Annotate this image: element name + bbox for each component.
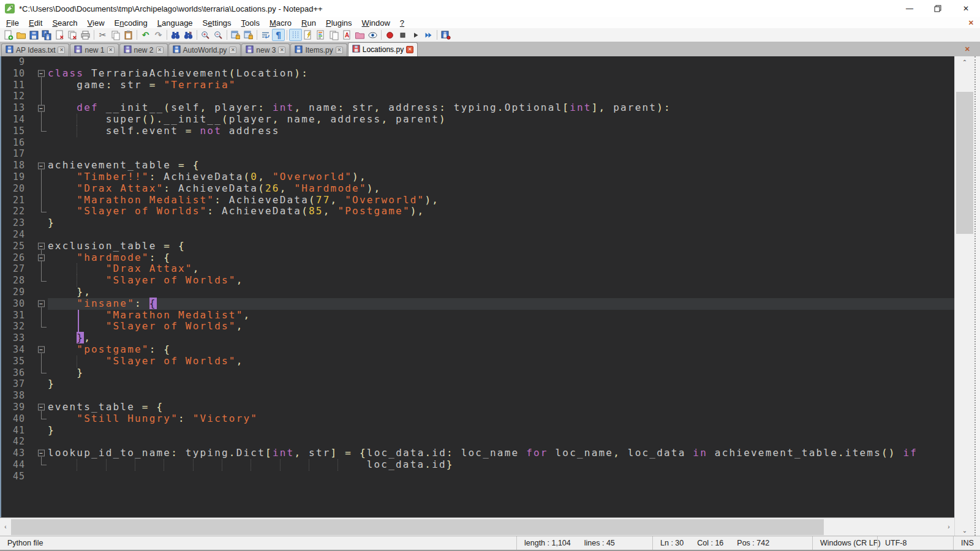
tab-autoworld-py[interactable]: AutoWorld.py✕ [168,43,241,56]
new-file-icon[interactable] [2,29,15,41]
code-line-text[interactable] [48,390,954,402]
menu-run[interactable]: Run [296,18,321,28]
code-line-text[interactable]: "postgame": { [48,344,954,356]
save-all-icon[interactable] [40,29,53,41]
scroll-left-icon[interactable]: ‹ [0,518,11,536]
status-insert-mode[interactable]: INS [953,536,980,550]
fold-marker-icon[interactable]: − [36,344,48,356]
find-icon[interactable] [169,29,182,41]
code-line-text[interactable] [48,56,954,68]
code-line-text[interactable]: } [48,367,954,379]
code-line-text[interactable]: class TerrariaAchievement(Location): [48,68,954,80]
menu-tools[interactable]: Tools [236,18,265,28]
undo-icon[interactable]: ↶ [139,29,152,41]
code-line-text[interactable] [48,436,954,448]
code-line-text[interactable]: }, [48,287,954,298]
code-line-text[interactable]: exclusion_table = { [48,241,954,252]
tab-items-py[interactable]: Items.py✕ [290,43,347,56]
folder-as-workspace-icon[interactable] [353,29,366,41]
code-line-text[interactable]: achievement_table = { [48,160,954,171]
code-line-text[interactable]: }, [48,332,954,344]
redo-icon[interactable]: ↷ [152,29,165,41]
close-button[interactable]: ✕ [952,0,980,17]
tab-close-icon[interactable]: ✕ [229,47,236,54]
menu-edit[interactable]: Edit [24,18,47,28]
code-line-text[interactable]: } [48,217,954,229]
fold-marker-icon[interactable]: − [36,448,48,459]
code-line-text[interactable]: "insane": { [48,298,954,310]
scroll-right-icon[interactable]: › [943,518,954,536]
code-line-text[interactable]: } [48,425,954,437]
fold-marker-icon[interactable]: − [36,298,48,310]
status-eol-format[interactable]: Windows (CR LF) [812,536,877,550]
document-list-icon[interactable] [328,29,341,41]
code-line-text[interactable] [48,148,954,160]
monitoring-icon[interactable] [366,29,379,41]
macro-record-icon[interactable] [383,29,396,41]
code-line-text[interactable]: "Marathon Medalist": AchieveData(77, "Ov… [48,195,954,206]
function-list-icon[interactable] [302,29,315,41]
close-document-icon[interactable]: ✕ [968,19,974,27]
fold-marker-icon[interactable]: − [36,402,48,413]
tab-ap-ideas-txt[interactable]: AP Ideas.txt✕ [1,43,69,56]
menu-plugins[interactable]: Plugins [321,18,357,28]
tab-close-icon[interactable]: ✕ [336,47,343,54]
show-all-characters-icon[interactable]: ¶ [272,29,285,41]
close-all-icon[interactable] [66,29,79,41]
code-line-text[interactable] [48,471,954,482]
replace-icon[interactable]: b [182,29,195,41]
code-line-text[interactable]: "Timber!!": AchieveData(0, "Overworld"), [48,171,954,183]
code-line-text[interactable]: "Slayer of Worlds": AchieveData(85, "Pos… [48,206,954,217]
tab-locations-py[interactable]: Locations.py✕ [348,42,418,56]
fold-marker-icon[interactable]: − [36,241,48,252]
code-line-text[interactable]: loc_data.id} [48,459,954,471]
menu-window[interactable]: Window [357,18,395,28]
word-wrap-icon[interactable] [259,29,272,41]
tab-new-2[interactable]: new 2✕ [119,43,168,56]
copy-icon[interactable] [109,29,122,41]
tab-close-icon[interactable]: ✕ [107,47,115,54]
code-line-text[interactable]: "Still Hungry": "Victory" [48,413,954,425]
sync-scroll-horizontal-icon[interactable] [242,29,255,41]
vertical-scroll-thumb[interactable] [956,92,973,234]
code-line-text[interactable]: } [48,378,954,390]
macro-run-multiple-icon[interactable] [422,29,435,41]
code-line-text[interactable]: self.event = not address [48,126,954,137]
zoom-out-icon[interactable] [212,29,225,41]
open-file-icon[interactable] [15,29,28,41]
indent-guide-icon[interactable] [289,29,302,41]
fold-marker-icon[interactable]: − [36,102,48,114]
tab-close-icon[interactable]: ✕ [278,47,285,54]
tab-close-icon[interactable]: ✕ [406,46,413,53]
menu-search[interactable]: Search [47,18,82,28]
vertical-scrollbar[interactable]: ⌃ ⌄ [954,56,974,536]
macro-playback-icon[interactable] [409,29,422,41]
tab-close-icon[interactable]: ✕ [156,47,164,54]
menu-file[interactable]: File [1,18,24,28]
code-line-text[interactable]: "Drax Attax", [48,263,954,275]
tabbar-close-icon[interactable]: ✕ [965,45,970,53]
tab-close-icon[interactable]: ✕ [58,47,65,54]
menu-help[interactable]: ? [395,18,409,28]
scroll-down-icon[interactable]: ⌄ [955,525,974,536]
character-panel-icon[interactable]: A [341,29,353,41]
menu-encoding[interactable]: Encoding [110,18,153,28]
code-line-text[interactable]: "Slayer of Worlds", [48,321,954,332]
fold-marker-icon[interactable]: − [36,252,48,264]
document-map-icon[interactable] [315,29,328,41]
code-line-text[interactable]: "Slayer of Worlds", [48,356,954,367]
macro-save-icon[interactable] [439,29,452,41]
print-icon[interactable] [79,29,92,41]
tab-new-1[interactable]: new 1✕ [70,43,118,56]
code-line-text[interactable] [48,91,954,102]
macro-stop-icon[interactable] [396,29,409,41]
code-line-text[interactable]: lookup_id_to_name: typing.Dict[int, str]… [48,448,954,459]
save-file-icon[interactable] [28,29,40,41]
paste-icon[interactable] [122,29,135,41]
sync-scroll-vertical-icon[interactable] [229,29,242,41]
tab-new-3[interactable]: new 3✕ [241,43,290,56]
cut-icon[interactable]: ✂ [96,29,109,41]
menu-settings[interactable]: Settings [198,18,236,28]
fold-marker-icon[interactable]: − [36,68,48,80]
code-line-text[interactable] [48,137,954,149]
